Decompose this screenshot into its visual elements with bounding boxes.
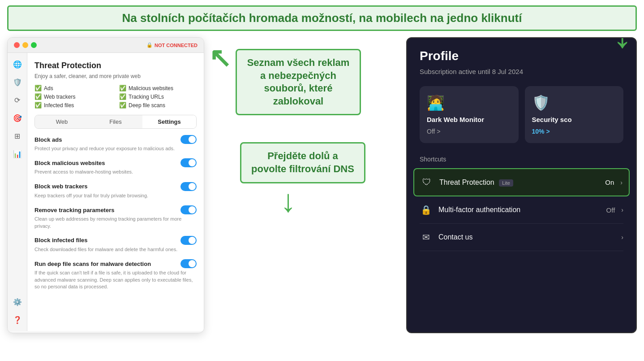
traffic-lights <box>14 42 37 48</box>
setting-header: Block infected files <box>34 236 197 245</box>
setting-deep-scan: Run deep file scans for malware detectio… <box>34 259 197 290</box>
check-icon: ✅ <box>119 93 126 100</box>
banner-text: Na stolních počítačích hromada možností,… <box>17 11 627 25</box>
minimize-button[interactable] <box>22 42 28 48</box>
app-window: 🔒 NOT CONNECTED 🌐 🛡️ ⟳ 🎯 ⊞ 📊 ⚙️ ❓ <box>7 37 204 333</box>
email-icon: ✉ <box>420 232 432 243</box>
setting-header: Block web trackers <box>34 182 197 191</box>
feature-trackers: ✅ Web trackers <box>34 93 112 100</box>
chevron-right-icon: › <box>621 234 623 241</box>
feature-ads: ✅ Ads <box>34 85 112 91</box>
tab-files[interactable]: Files <box>89 115 142 128</box>
sidebar-globe-icon[interactable]: 🌐 <box>13 59 22 69</box>
toggle-remove-tracking[interactable] <box>180 205 197 214</box>
lock-icon: 🔒 <box>420 204 432 215</box>
chevron-right-icon: › <box>621 206 623 213</box>
toggle-deep-scan[interactable] <box>180 259 197 268</box>
check-icon: ✅ <box>119 102 126 109</box>
feature-tracking-urls: ✅ Tracking URLs <box>119 93 197 100</box>
sidebar-shield-icon[interactable]: 🛡️ <box>13 77 22 87</box>
setting-remove-tracking: Remove tracking parameters Clean up web … <box>34 205 197 230</box>
main-content: 🔒 NOT CONNECTED 🌐 🛡️ ⟳ 🎯 ⊞ 📊 ⚙️ ❓ <box>0 35 644 340</box>
left-side: 🔒 NOT CONNECTED 🌐 🛡️ ⟳ 🎯 ⊞ 📊 ⚙️ ❓ <box>7 35 406 340</box>
shortcut-threat-protection[interactable]: 🛡 Threat Protection Lite On › <box>413 168 630 196</box>
shortcuts-label: Shortcuts <box>420 156 623 163</box>
sidebar-layers-icon[interactable]: ⊞ <box>13 131 22 141</box>
shield-icon: 🛡 <box>421 177 433 187</box>
sidebar-chart-icon[interactable]: 📊 <box>13 149 22 159</box>
shortcut-mfa[interactable]: 🔒 Multi-factor authentication Off › <box>420 196 623 224</box>
setting-block-infected: Block infected files Check downloaded fi… <box>34 236 197 253</box>
section-subtitle: Enjoy a safer, cleaner, and more private… <box>34 73 197 79</box>
setting-block-malicious: Block malicious websites Prevent access … <box>34 158 197 175</box>
dark-web-monitor-card[interactable]: 🧑‍💻 Dark Web Monitor Off > <box>420 86 519 143</box>
profile-title: Profile <box>420 49 623 63</box>
sidebar-target-icon[interactable]: 🎯 <box>13 113 22 123</box>
security-icon: 🛡️ <box>532 94 617 111</box>
chevron-right-icon: › <box>620 179 623 186</box>
sidebar-settings-icon[interactable]: ⚙️ <box>13 297 22 307</box>
sidebar-help-icon[interactable]: ❓ <box>13 315 22 325</box>
app-sidebar: 🌐 🛡️ ⟳ 🎯 ⊞ 📊 ⚙️ ❓ <box>8 53 27 331</box>
setting-header: Remove tracking parameters <box>34 205 197 214</box>
callout-box-1: Seznam všech reklam a nebezpečných soubo… <box>236 49 361 115</box>
setting-header: Block malicious websites <box>34 158 197 167</box>
check-icon: ✅ <box>34 85 42 91</box>
toggle-block-trackers[interactable] <box>180 182 197 191</box>
setting-header: Block ads <box>34 135 197 144</box>
dark-web-icon: 🧑‍💻 <box>427 94 511 111</box>
sidebar-share-icon[interactable]: ⟳ <box>13 95 22 105</box>
check-icon: ✅ <box>119 85 126 91</box>
toggle-block-ads[interactable] <box>180 135 197 144</box>
top-banner: Na stolních počítačích hromada možností,… <box>7 5 637 31</box>
callout-area: ↙ Seznam všech reklam a nebezpečných sou… <box>204 35 406 340</box>
tab-web[interactable]: Web <box>35 115 89 128</box>
setting-header: Run deep file scans for malware detectio… <box>34 259 197 268</box>
feature-malicious: ✅ Malicious websites <box>119 85 197 91</box>
subscription-text: Subscription active until 8 Jul 2024 <box>420 68 623 75</box>
app-main-content: Threat Protection Enjoy a safer, cleaner… <box>27 53 204 331</box>
security-score-card[interactable]: 🛡️ Security sco 10% > <box>525 86 624 143</box>
settings-list: Block ads Protect your privacy and reduc… <box>34 135 197 291</box>
app-body: 🌐 🛡️ ⟳ 🎯 ⊞ 📊 ⚙️ ❓ Threat Protection Enjo… <box>8 53 204 331</box>
app-titlebar: 🔒 NOT CONNECTED <box>8 38 204 53</box>
toggle-block-infected[interactable] <box>180 236 197 245</box>
maximize-button[interactable] <box>31 42 37 48</box>
cards-row: 🧑‍💻 Dark Web Monitor Off > 🛡️ Security s… <box>420 86 623 143</box>
tab-bar: Web Files Settings <box>34 115 197 129</box>
lite-badge: Lite <box>499 179 513 187</box>
right-panel: ↓ Profile Subscription active until 8 Ju… <box>406 37 637 333</box>
callout-box-2: Přejděte dolů a povolte filtrování DNS <box>240 142 365 183</box>
setting-block-trackers: Block web trackers Keep trackers off you… <box>34 182 197 199</box>
close-button[interactable] <box>14 42 20 48</box>
setting-block-ads: Block ads Protect your privacy and reduc… <box>34 135 197 152</box>
check-icon: ✅ <box>34 102 42 109</box>
connection-status: 🔒 NOT CONNECTED <box>146 42 197 48</box>
feature-infected: ✅ Infected files <box>34 102 112 109</box>
tab-settings[interactable]: Settings <box>142 115 196 128</box>
toggle-block-malicious[interactable] <box>180 158 197 167</box>
section-title: Threat Protection <box>34 61 197 70</box>
feature-deep-scan: ✅ Deep file scans <box>119 102 197 109</box>
features-grid: ✅ Ads ✅ Malicious websites ✅ Web tracker… <box>34 85 197 109</box>
check-icon: ✅ <box>34 93 42 100</box>
shortcut-contact-us[interactable]: ✉ Contact us › <box>420 224 623 251</box>
